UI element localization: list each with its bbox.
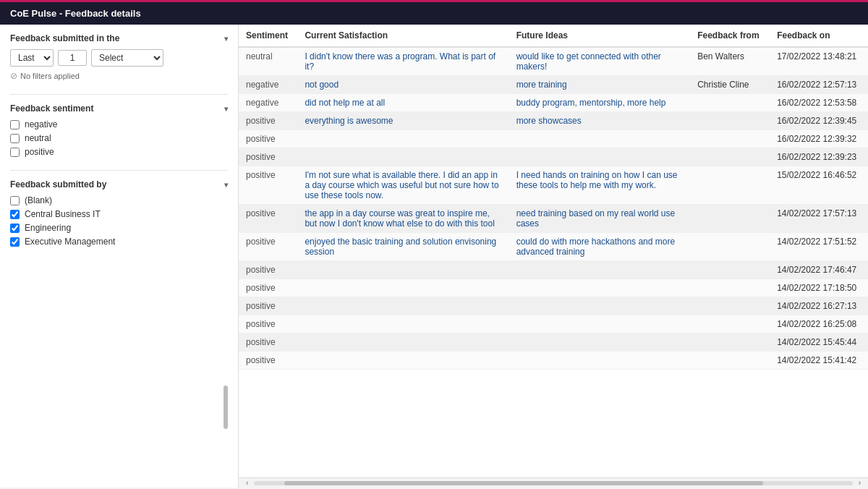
feedback-table: Sentiment Current Satisfaction Future Id… [239, 25, 868, 370]
cell-sentiment: positive [239, 297, 297, 315]
submitted-by-engineering-checkbox[interactable] [10, 224, 20, 233]
submitted-by-exec-checkbox[interactable] [10, 237, 20, 247]
cell-current-satisfaction: everything is awesome [297, 112, 509, 130]
sentiment-neutral-checkbox[interactable] [10, 134, 20, 143]
col-feedback-from: Feedback from [690, 25, 770, 47]
table-row: positive14/02/2022 15:45:44 [239, 333, 868, 352]
feedback-submitted-filter: Feedback submitted in the ▾ Last Select … [10, 33, 228, 81]
cell-current-satisfaction: did not help me at all [297, 94, 509, 112]
cell-future-ideas: more showcases [509, 112, 691, 130]
cell-current-satisfaction [297, 279, 509, 297]
cell-sentiment: positive [239, 261, 297, 279]
cell-feedback-from: Christie Cline [690, 76, 770, 94]
table-row: positive16/02/2022 12:39:32 [239, 130, 868, 148]
cell-current-satisfaction: I didn't know there was a program. What … [297, 47, 509, 76]
table-row: positiveeverything is awesomemore showca… [239, 112, 868, 130]
period-select[interactable]: Select Days Weeks Months [91, 49, 163, 67]
cell-current-satisfaction [297, 333, 509, 352]
sentiment-negative-checkbox[interactable] [10, 120, 20, 129]
feedback-submitted-by-header[interactable]: Feedback submitted by ▾ [10, 179, 228, 190]
cell-current-satisfaction: not good [297, 76, 509, 94]
cell-sentiment: positive [239, 166, 297, 205]
chevron-down-icon: ▾ [224, 35, 228, 43]
table-row: positive14/02/2022 15:41:42 [239, 352, 868, 370]
table-wrapper[interactable]: Sentiment Current Satisfaction Future Id… [239, 25, 868, 477]
submitted-by-blank-checkbox[interactable] [10, 196, 20, 205]
chevron-down-icon-3: ▾ [224, 181, 228, 189]
cell-feedback-on: 16/02/2022 12:39:32 [770, 130, 868, 148]
cell-future-ideas [509, 315, 691, 333]
cell-current-satisfaction: the app in a day course was great to ins… [297, 205, 509, 233]
submitted-by-engineering-item: Engineering [10, 223, 228, 233]
cell-sentiment: positive [239, 233, 297, 261]
cell-feedback-from [690, 94, 770, 112]
cell-feedback-from [690, 233, 770, 261]
scroll-track[interactable] [254, 481, 852, 485]
cell-future-ideas [509, 279, 691, 297]
cell-feedback-on: 14/02/2022 16:27:13 [770, 297, 868, 315]
cell-current-satisfaction: I'm not sure what is available there. I … [297, 166, 509, 205]
cell-feedback-from [690, 333, 770, 352]
cell-feedback-from [690, 352, 770, 370]
submitted-by-blank-item: (Blank) [10, 195, 228, 205]
cell-future-ideas: I need hands on training on how I can us… [509, 166, 691, 205]
sentiment-negative-label: negative [25, 119, 57, 129]
no-filters-label: No filters applied [10, 71, 228, 81]
col-feedback-on: Feedback on [770, 25, 868, 47]
table-row: positivethe app in a day course was grea… [239, 205, 868, 233]
table-row: positiveenjoyed the basic training and s… [239, 233, 868, 261]
cell-future-ideas [509, 261, 691, 279]
cell-feedback-on: 16/02/2022 12:57:13 [770, 76, 868, 94]
table-row: positiveI'm not sure what is available t… [239, 166, 868, 205]
cell-feedback-on: 14/02/2022 17:51:52 [770, 233, 868, 261]
feedback-sentiment-filter: Feedback sentiment ▾ negative neutral po… [10, 103, 228, 157]
cell-feedback-on: 14/02/2022 15:45:44 [770, 333, 868, 352]
cell-current-satisfaction [297, 315, 509, 333]
cell-current-satisfaction [297, 130, 509, 148]
cell-feedback-on: 17/02/2022 13:48:21 [770, 47, 868, 76]
feedback-submitted-by-filter: Feedback submitted by ▾ (Blank) Central … [10, 179, 228, 247]
col-future-ideas: Future Ideas [509, 25, 691, 47]
last-number-input[interactable] [58, 50, 87, 66]
sentiment-positive-checkbox[interactable] [10, 148, 20, 157]
cell-feedback-on: 14/02/2022 15:41:42 [770, 352, 868, 370]
cell-sentiment: positive [239, 279, 297, 297]
table-row: positive14/02/2022 17:46:47 [239, 261, 868, 279]
cell-feedback-from [690, 166, 770, 205]
cell-feedback-from [690, 279, 770, 297]
feedback-sentiment-header[interactable]: Feedback sentiment ▾ [10, 103, 228, 114]
scroll-left-arrow[interactable]: ‹ [246, 479, 248, 487]
scroll-right-arrow[interactable]: › [859, 479, 861, 487]
table-body: neutralI didn't know there was a program… [239, 47, 868, 370]
cell-feedback-from [690, 148, 770, 166]
cell-sentiment: negative [239, 76, 297, 94]
table-row: negativedid not help me at allbuddy prog… [239, 94, 868, 112]
cell-feedback-on: 15/02/2022 16:46:52 [770, 166, 868, 205]
submitted-by-central-item: Central Business IT [10, 209, 228, 219]
cell-current-satisfaction [297, 297, 509, 315]
feedback-submitted-header[interactable]: Feedback submitted in the ▾ [10, 33, 228, 43]
title-bar: CoE Pulse - Feedback details [0, 0, 868, 25]
table-header-row: Sentiment Current Satisfaction Future Id… [239, 25, 868, 47]
submitted-by-central-checkbox[interactable] [10, 210, 20, 219]
cell-feedback-from: Ben Walters [690, 47, 770, 76]
table-row: positive14/02/2022 16:27:13 [239, 297, 868, 315]
cell-future-ideas: would like to get connected with other m… [509, 47, 691, 76]
page-title: CoE Pulse - Feedback details [10, 8, 141, 19]
horizontal-scrollbar[interactable]: ‹ › [239, 477, 868, 488]
cell-feedback-on: 14/02/2022 16:25:08 [770, 315, 868, 333]
cell-future-ideas [509, 333, 691, 352]
cell-future-ideas: buddy program, mentorship, more help [509, 94, 691, 112]
submitted-by-engineering-label: Engineering [25, 223, 71, 233]
sentiment-neutral-item: neutral [10, 133, 228, 143]
cell-sentiment: neutral [239, 47, 297, 76]
filter-row-last: Last Select Days Weeks Months [10, 49, 228, 67]
sidebar-scrollbar [224, 386, 228, 429]
col-sentiment: Sentiment [239, 25, 297, 47]
sentiment-negative-item: negative [10, 119, 228, 129]
cell-feedback-from [690, 297, 770, 315]
cell-feedback-on: 16/02/2022 12:53:58 [770, 94, 868, 112]
last-select[interactable]: Last [10, 49, 54, 67]
table-row: positive14/02/2022 16:25:08 [239, 315, 868, 333]
submitted-by-exec-item: Executive Management [10, 237, 228, 247]
